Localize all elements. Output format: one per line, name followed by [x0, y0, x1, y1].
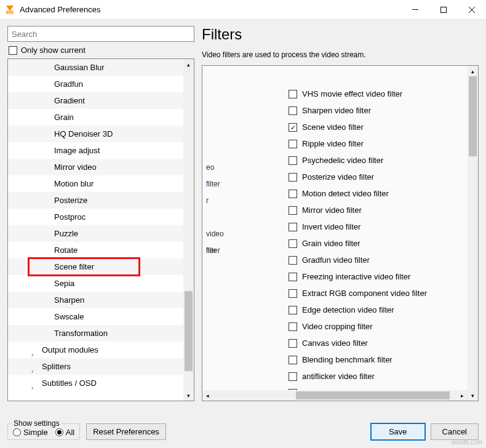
tree-item[interactable]: ›Subtitles / OSD [8, 375, 183, 391]
checkbox[interactable] [289, 239, 297, 248]
checkbox[interactable] [289, 123, 297, 132]
checkbox[interactable] [289, 322, 297, 331]
scroll-down-icon[interactable]: ▾ [468, 390, 478, 401]
svg-rect-3 [412, 9, 418, 10]
filter-checkbox-row[interactable]: Freezing interactive video filter [202, 268, 478, 285]
search-input[interactable] [7, 26, 194, 42]
filter-checkbox-row[interactable]: Blending benchmark filter [202, 351, 478, 368]
filter-checkbox-row[interactable]: Grain video filter [202, 235, 478, 252]
filter-checkbox-row[interactable]: Ripple video filter [202, 135, 478, 152]
tree-item[interactable]: Scene filter [8, 258, 183, 275]
tree-item[interactable]: Puzzle [8, 225, 183, 242]
filter-checkbox-row[interactable]: Psychedelic video filter [202, 152, 478, 169]
checkbox[interactable] [289, 90, 297, 98]
tree-item[interactable]: Mirror video [8, 159, 183, 175]
tree-item[interactable]: Sharpen [8, 292, 183, 308]
checkbox[interactable] [289, 256, 297, 265]
filter-checkbox-row[interactable]: Video cropping filter [202, 318, 478, 335]
checkbox[interactable] [289, 273, 297, 281]
tree-item[interactable]: Rotate [8, 242, 183, 258]
tree-item-label: Gradient [54, 96, 85, 105]
close-button[interactable] [458, 0, 486, 20]
only-show-current-row[interactable]: Only show current [7, 46, 194, 55]
checkbox[interactable] [289, 372, 297, 381]
filter-checkbox-label: Ripple video filter [302, 139, 364, 148]
maximize-button[interactable] [429, 0, 458, 20]
tree-item[interactable]: Grain [8, 109, 183, 126]
checkbox[interactable] [289, 140, 297, 148]
filter-checkbox-row[interactable]: Scene video filter [202, 119, 478, 135]
filter-checkbox-label: antiflicker video filter [302, 372, 375, 381]
checkbox[interactable] [289, 306, 297, 314]
clipped-label: video filter [206, 226, 224, 242]
checkbox[interactable] [289, 173, 297, 182]
tree-item-label: Puzzle [54, 229, 78, 238]
filter-checkbox-label: Posterize video filter [302, 172, 374, 182]
tree-item[interactable]: Gaussian Blur [8, 59, 183, 76]
svg-rect-4 [441, 7, 447, 12]
cancel-button[interactable]: Cancel [431, 423, 479, 440]
checkbox[interactable] [289, 339, 297, 348]
checkbox[interactable] [289, 356, 297, 364]
filter-checkbox-row[interactable]: Gradfun video filter [202, 252, 478, 268]
page-description: Video filters are used to process the vi… [202, 50, 479, 59]
tree-item[interactable]: Motion blur [8, 175, 183, 192]
filter-checkbox-row[interactable]: Motion detect video filter [202, 185, 478, 202]
tree-item[interactable]: ›Splitters [8, 358, 183, 375]
simple-radio[interactable] [13, 428, 21, 436]
tree-item-label: Postproc [54, 212, 86, 222]
filter-checkbox-row[interactable]: Alpha mask video filter [202, 385, 478, 390]
scroll-right-icon[interactable]: ▸ [457, 390, 468, 401]
scroll-thumb[interactable] [185, 291, 193, 371]
tree-item[interactable]: Swscale [8, 308, 183, 325]
filter-checkbox-row[interactable]: Edge detection video filter [202, 302, 478, 318]
tree-item[interactable]: HQ Denoiser 3D [8, 126, 183, 142]
scroll-up-icon[interactable]: ▴ [468, 66, 478, 76]
tree-item[interactable]: ›Output modules [8, 342, 183, 358]
checkbox[interactable] [289, 156, 297, 165]
tree-item-label: Rotate [54, 246, 78, 255]
reset-preferences-button[interactable]: Reset Preferences [86, 423, 166, 440]
filter-checkbox-row[interactable]: Invert video filter [202, 218, 478, 235]
checkbox[interactable] [289, 190, 297, 198]
tree-item[interactable]: Sepia [8, 275, 183, 292]
chevron-right-icon[interactable]: › [31, 380, 33, 396]
tree-item-label: Gaussian Blur [54, 63, 105, 72]
page-title: Filters [202, 26, 479, 43]
only-show-current-checkbox[interactable] [9, 46, 17, 55]
tree-item-label: Transformation [54, 329, 108, 338]
tree-vertical-scrollbar[interactable]: ▴ ▾ [183, 59, 194, 401]
tree-item[interactable]: Transformation [8, 325, 183, 342]
filters-horizontal-scrollbar[interactable]: ◂ ▸ [202, 390, 468, 401]
checkbox[interactable] [289, 106, 297, 115]
filter-checkbox-row[interactable]: VHS movie effect video filter [202, 86, 478, 102]
tree-item[interactable]: Image adjust [8, 142, 183, 159]
tree-item[interactable]: Posterize [8, 192, 183, 209]
checkbox[interactable] [289, 206, 297, 215]
scroll-left-icon[interactable]: ◂ [202, 390, 213, 401]
checkbox[interactable] [289, 223, 297, 231]
checkbox[interactable] [289, 289, 297, 298]
save-button[interactable]: Save [370, 423, 426, 441]
filter-checkbox-row[interactable]: antiflicker video filter [202, 368, 478, 385]
show-settings-legend: Show settings [12, 419, 62, 428]
filter-checkbox-label: VHS movie effect video filter [302, 89, 402, 98]
filter-checkbox-row[interactable]: Canvas video filter [202, 335, 478, 351]
scroll-up-icon[interactable]: ▴ [183, 59, 194, 70]
filter-checkbox-label: Motion detect video filter [302, 189, 389, 198]
scroll-thumb[interactable] [469, 76, 477, 156]
filter-checkbox-row[interactable]: Posterize video filter [202, 169, 478, 185]
all-radio[interactable] [55, 428, 63, 436]
tree-item[interactable]: Gradient [8, 92, 183, 109]
tree-item[interactable]: Postproc [8, 209, 183, 225]
filter-checkbox-row[interactable]: Mirror video filter [202, 202, 478, 218]
minimize-button[interactable] [401, 0, 429, 20]
tree-item[interactable]: Gradfun [8, 76, 183, 92]
filter-checkbox-row[interactable]: Extract RGB component video filter [202, 285, 478, 302]
scroll-thumb[interactable] [296, 391, 450, 399]
preferences-tree: Gaussian BlurGradfunGradientGrainHQ Deno… [7, 58, 194, 401]
tree-item-label: Sepia [54, 279, 74, 288]
scroll-down-icon[interactable]: ▾ [183, 390, 194, 401]
filter-checkbox-row[interactable]: Sharpen video filter [202, 102, 478, 119]
filters-vertical-scrollbar[interactable]: ▴ ▾ [468, 66, 478, 401]
